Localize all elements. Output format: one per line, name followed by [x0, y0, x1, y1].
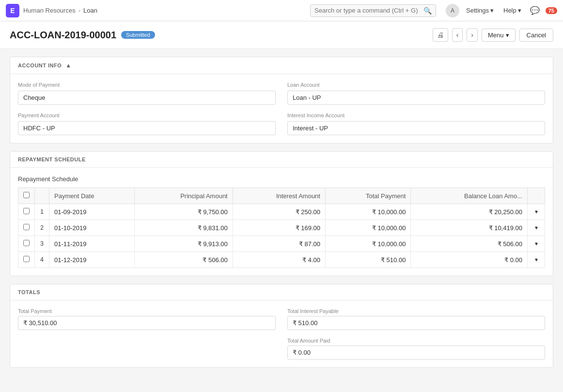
row-num-2: 2: [35, 220, 49, 236]
repayment-table: Payment Date Principal Amount Interest A…: [18, 188, 545, 268]
account-info-title: ACCOUNT INFO: [18, 63, 62, 68]
row-dropdown-3[interactable]: ▾: [528, 236, 545, 252]
interest-income-account-value: Interest - UP: [287, 121, 545, 135]
row-total-payment-4: ₹ 510.00: [325, 252, 410, 268]
row-interest-amount-1: ₹ 250.00: [233, 204, 325, 220]
notification-icon[interactable]: 💬: [528, 4, 542, 17]
row-principal-amount-4: ₹ 506.00: [135, 252, 233, 268]
row-payment-date-3: 01-11-2019: [49, 236, 135, 252]
app-icon[interactable]: E: [6, 4, 19, 17]
loan-account-value: Loan - UP: [287, 91, 545, 105]
print-button[interactable]: 🖨: [433, 28, 448, 42]
payment-account-label: Payment Account: [18, 112, 276, 118]
row-num-4: 4: [35, 252, 49, 268]
search-bar: 🔍: [310, 4, 436, 17]
notification-badge: 75: [546, 7, 557, 14]
chevron-down-icon: ▾: [490, 7, 494, 14]
total-payment-value: ₹ 30,510.00: [18, 316, 276, 330]
row-checkbox-1[interactable]: [23, 208, 30, 214]
account-info-body: Mode of Payment Cheque Loan Account Loan…: [10, 74, 553, 143]
account-info-grid: Mode of Payment Cheque Loan Account Loan…: [18, 82, 545, 135]
row-checkbox-cell: [18, 220, 35, 236]
row-num-1: 1: [35, 204, 49, 220]
row-interest-amount-4: ₹ 4.00: [233, 252, 325, 268]
interest-income-account-group: Interest Income Account Interest - UP: [287, 112, 545, 135]
row-interest-amount-2: ₹ 169.00: [233, 220, 325, 236]
avatar: A: [446, 4, 459, 17]
row-principal-amount-3: ₹ 9,913.00: [135, 236, 233, 252]
row-principal-amount-2: ₹ 9,831.00: [135, 220, 233, 236]
total-amount-paid-value: ₹ 0.00: [287, 345, 545, 360]
repayment-schedule-body: Repayment Schedule Payment Date Principa…: [10, 168, 553, 276]
table-row: 3 01-11-2019 ₹ 9,913.00 ₹ 87.00 ₹ 10,000…: [18, 236, 545, 252]
col-principal-amount: Principal Amount: [135, 188, 233, 204]
row-checkbox-4[interactable]: [23, 256, 30, 262]
row-total-payment-3: ₹ 10,000.00: [325, 236, 410, 252]
total-interest-payable-value: ₹ 510.00: [287, 316, 545, 330]
col-balance-loan-amount: Balance Loan Amo...: [411, 188, 528, 204]
table-row: 1 01-09-2019 ₹ 9,750.00 ₹ 250.00 ₹ 10,00…: [18, 204, 545, 220]
interest-income-account-label: Interest Income Account: [287, 112, 545, 118]
table-row: 4 01-12-2019 ₹ 506.00 ₹ 4.00 ₹ 510.00 ₹ …: [18, 252, 545, 268]
row-payment-date-4: 01-12-2019: [49, 252, 135, 268]
loan-account-group: Loan Account Loan - UP: [287, 82, 545, 105]
row-checkbox-cell: [18, 236, 35, 252]
mode-of-payment-group: Mode of Payment Cheque: [18, 82, 276, 105]
mode-of-payment-value: Cheque: [18, 91, 276, 105]
total-payment-label: Total Payment: [18, 308, 276, 314]
total-interest-payable-label: Total Interest Payable: [287, 308, 545, 314]
breadcrumb-root[interactable]: Human Resources: [23, 7, 76, 14]
row-checkbox-2[interactable]: [23, 224, 30, 230]
settings-button[interactable]: Settings ▾: [463, 5, 497, 16]
col-checkbox: [18, 188, 35, 204]
page-actions: 🖨 ‹ › Menu ▾ Cancel: [433, 28, 553, 42]
loan-account-label: Loan Account: [287, 82, 545, 88]
table-row: 2 01-10-2019 ₹ 9,831.00 ₹ 169.00 ₹ 10,00…: [18, 220, 545, 236]
row-dropdown-2[interactable]: ▾: [528, 220, 545, 236]
repayment-schedule-header: REPAYMENT SCHEDULE: [10, 152, 553, 168]
mode-of-payment-label: Mode of Payment: [18, 82, 276, 88]
select-all-checkbox[interactable]: [23, 192, 30, 198]
row-dropdown-4[interactable]: ▾: [528, 252, 545, 268]
breadcrumb: Human Resources › Loan: [23, 7, 97, 14]
page-header: ACC-LOAN-2019-00001 Submitted 🖨 ‹ › Menu…: [0, 21, 563, 49]
payment-account-value: HDFC - UP: [18, 121, 276, 135]
row-checkbox-3[interactable]: [23, 240, 30, 246]
totals-header: TOTALS: [10, 284, 553, 300]
row-total-payment-1: ₹ 10,000.00: [325, 204, 410, 220]
col-interest-amount: Interest Amount: [233, 188, 325, 204]
totals-grid: Total Payment ₹ 30,510.00 Total Interest…: [18, 308, 545, 360]
page-title-row: ACC-LOAN-2019-00001 Submitted: [10, 30, 155, 41]
search-input[interactable]: [314, 7, 421, 14]
row-balance-loan-amount-2: ₹ 10,419.00: [411, 220, 528, 236]
total-amount-paid-group: Total Amount Paid ₹ 0.00: [287, 338, 545, 360]
breadcrumb-sep1: ›: [78, 7, 80, 14]
col-action: [528, 188, 545, 204]
breadcrumb-child[interactable]: Loan: [83, 7, 97, 14]
chevron-down-icon: ▾: [518, 7, 521, 14]
row-num-3: 3: [35, 236, 49, 252]
menu-button[interactable]: Menu ▾: [482, 29, 516, 42]
prev-button[interactable]: ‹: [452, 28, 463, 42]
repayment-schedule-title: REPAYMENT SCHEDULE: [18, 157, 86, 162]
page-title: ACC-LOAN-2019-00001: [10, 30, 116, 41]
schedule-label: Repayment Schedule: [18, 175, 545, 183]
next-button[interactable]: ›: [467, 28, 478, 42]
repayment-schedule-section: REPAYMENT SCHEDULE Repayment Schedule Pa…: [10, 151, 553, 276]
row-principal-amount-1: ₹ 9,750.00: [135, 204, 233, 220]
cancel-button[interactable]: Cancel: [519, 29, 553, 42]
main-content: ACCOUNT INFO ▲ Mode of Payment Cheque Lo…: [0, 49, 563, 383]
status-badge: Submitted: [121, 31, 155, 39]
section-collapse-icon[interactable]: ▲: [65, 62, 71, 69]
table-header-row: Payment Date Principal Amount Interest A…: [18, 188, 545, 204]
total-amount-paid-label: Total Amount Paid: [287, 338, 545, 344]
row-checkbox-cell: [18, 252, 35, 268]
repayment-table-wrapper: Payment Date Principal Amount Interest A…: [18, 188, 545, 268]
row-dropdown-1[interactable]: ▾: [528, 204, 545, 220]
row-balance-loan-amount-3: ₹ 506.00: [411, 236, 528, 252]
col-num: [35, 188, 49, 204]
total-interest-payable-group: Total Interest Payable ₹ 510.00: [287, 308, 545, 330]
totals-title: TOTALS: [18, 289, 40, 295]
col-total-payment: Total Payment: [325, 188, 410, 204]
help-button[interactable]: Help ▾: [500, 5, 524, 16]
